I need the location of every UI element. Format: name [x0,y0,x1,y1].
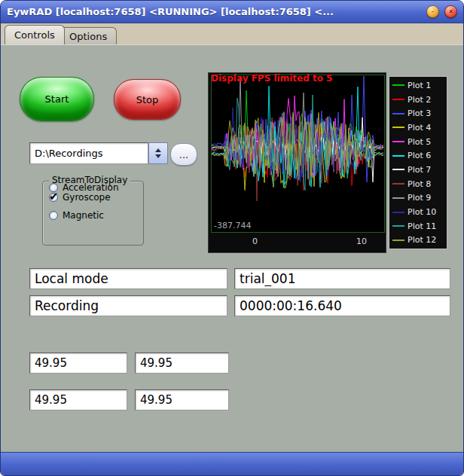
radio-label: Gyroscope [63,192,111,203]
legend-label: Plot 7 [408,165,431,175]
window-title: EywRAD [localhost:7658] <RUNNING> [local… [7,6,421,17]
bottom-window-frame [1,452,463,475]
legend-label: Plot 6 [408,151,431,160]
x-tick-10: 10 [356,236,367,246]
legend-label: Plot 2 [408,95,431,105]
plot-container: Display FPS limited to 5 -387.744 0 10 [208,72,386,253]
radio-magnetic[interactable]: ✔ Magnetic [49,209,104,221]
legend-color-line-icon [392,169,404,170]
rate-field-3[interactable] [29,389,127,410]
stream-to-display-group: StreamToDisplay ✔ Acceleration ✔ Gyrosco… [42,181,144,246]
recordings-path-input[interactable] [29,142,148,164]
radio-circle-icon: ✔ [49,211,58,220]
tab-controls-label: Controls [14,29,55,41]
recording-time-field[interactable] [234,295,450,316]
legend-label: Plot 4 [408,123,431,133]
legend-item: Plot 1 [389,78,447,93]
minimize-icon: – [432,9,435,15]
start-button[interactable]: Start [20,77,94,121]
legend-item: Plot 7 [389,163,447,177]
legend-item: Plot 9 [389,191,447,206]
legend-item: Plot 11 [389,219,447,233]
app-window: EywRAD [localhost:7658] <RUNNING> [local… [0,0,464,476]
titlebar[interactable]: EywRAD [localhost:7658] <RUNNING> [local… [1,1,463,23]
rate-field-1[interactable] [29,352,127,374]
stop-button[interactable]: Stop [114,79,181,120]
stop-button-label: Stop [136,94,159,105]
trial-name-field[interactable] [234,268,450,289]
legend-color-line-icon [392,84,404,86]
x-tick-0: 0 [252,236,258,246]
fps-warning-text: Display FPS limited to 5 [211,73,332,84]
path-spinner[interactable] [148,142,168,164]
legend-label: Plot 9 [408,193,431,203]
check-icon: ✔ [49,190,59,203]
spinner-up-icon[interactable] [155,148,161,152]
legend-color-line-icon [392,141,404,142]
legend-label: Plot 8 [408,179,431,189]
radio-circle-icon: ✔ [49,193,58,202]
mode-display-field[interactable] [29,268,227,289]
legend-label: Plot 5 [408,137,431,147]
legend-item: Plot 8 [389,177,447,191]
radio-label: Magnetic [63,210,104,221]
tab-options-label: Options [69,31,107,42]
legend-item: Plot 4 [389,121,447,135]
legend-item: Plot 10 [389,205,447,219]
status-display-field[interactable] [29,295,227,316]
legend-item: Plot 12 [389,233,447,248]
x-axis-ticks: 0 10 [209,235,386,250]
tab-options[interactable]: Options [60,27,117,44]
legend-color-line-icon [392,127,404,128]
legend-label: Plot 3 [408,108,431,118]
plot-area: -387.744 [211,75,385,233]
tab-controls[interactable]: Controls [5,25,65,44]
legend-color-line-icon [392,197,404,199]
browse-button-label: ... [179,149,188,160]
radio-gyroscope[interactable]: ✔ Gyroscope [49,191,111,203]
legend-color-line-icon [392,155,404,157]
rate-field-4[interactable] [135,389,229,410]
legend-label: Plot 12 [408,235,436,245]
legend-color-line-icon [392,99,404,100]
spinner-down-icon[interactable] [155,154,161,158]
legend-item: Plot 5 [389,135,447,149]
legend-color-line-icon [392,225,404,227]
legend-label: Plot 11 [408,221,436,231]
close-icon: ✕ [448,9,453,15]
tab-strip: Controls Options [1,23,463,44]
y-min-label: -387.744 [214,221,251,230]
start-button-label: Start [45,93,69,105]
legend-item: Plot 2 [389,93,447,107]
legend-color-line-icon [392,212,404,213]
plot-legend: Plot 1Plot 2Plot 3Plot 4Plot 5Plot 6Plot… [389,76,447,249]
legend-item: Plot 3 [389,106,447,121]
legend-label: Plot 10 [408,207,436,217]
legend-color-line-icon [392,113,404,114]
legend-item: Plot 6 [389,148,447,163]
legend-label: Plot 1 [408,81,431,90]
legend-color-line-icon [392,240,404,241]
minimize-button[interactable]: – [426,5,439,18]
browse-button[interactable]: ... [170,143,197,166]
close-button[interactable]: ✕ [444,5,457,18]
plot-waveform [212,75,384,232]
legend-color-line-icon [392,183,404,185]
rate-field-2[interactable] [135,352,229,374]
